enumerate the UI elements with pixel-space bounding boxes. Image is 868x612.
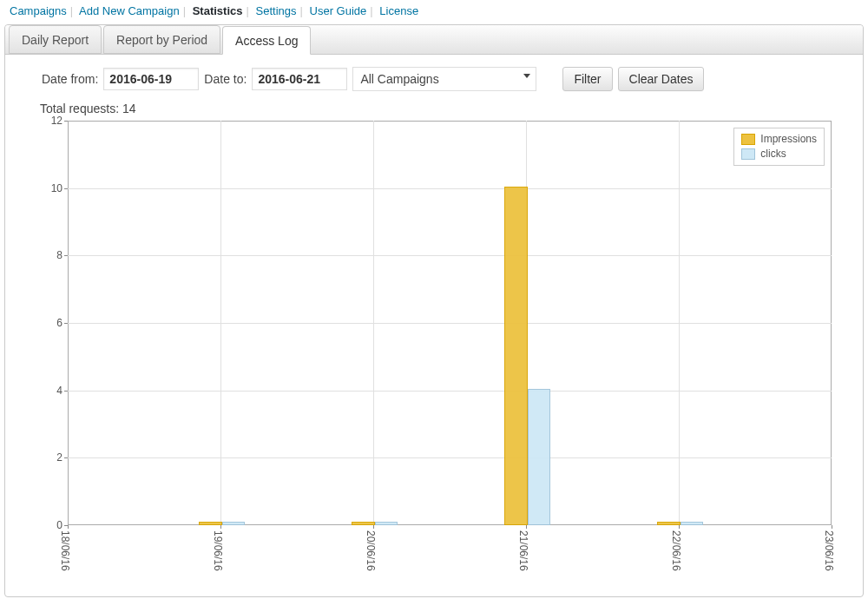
stats-panel: Daily Report Report by Period Access Log…	[4, 24, 864, 597]
chart-y-tick-label: 8	[56, 249, 68, 261]
chart-bar-impressions	[504, 187, 528, 525]
chart-grid-line	[68, 457, 832, 458]
total-value: 14	[122, 102, 136, 115]
chart-x-tick-label: 22/06/16	[670, 530, 682, 571]
campaign-select[interactable]: All Campaigns	[352, 67, 536, 91]
chart-grid-line	[68, 323, 832, 324]
chart-plot-area: Impressions clicks 02468101218/06/1619/0…	[68, 121, 832, 525]
nav-campaigns[interactable]: Campaigns	[10, 4, 67, 17]
chart-y-tick-label: 10	[51, 182, 68, 194]
chart-x-tick-mark	[526, 525, 527, 529]
chart-bar-clicks	[681, 522, 704, 525]
legend-swatch-impressions	[741, 134, 755, 145]
total-label: Total requests:	[40, 102, 122, 115]
chart-grid-line	[373, 121, 374, 525]
legend-impressions: Impressions	[741, 132, 817, 147]
legend-label-impressions: Impressions	[760, 132, 817, 147]
chart-x-tick-mark	[679, 525, 680, 529]
legend-swatch-clicks	[741, 148, 755, 160]
legend-label-clicks: clicks	[760, 147, 786, 161]
nav-user-guide[interactable]: User Guide	[310, 4, 367, 17]
chart-grid-line	[220, 121, 221, 525]
date-to-label: Date to:	[204, 72, 247, 86]
chart-grid-line	[679, 121, 680, 525]
clear-dates-button[interactable]: Clear Dates	[618, 67, 705, 91]
chart-bar-clicks	[375, 522, 398, 525]
chart: Impressions clicks 02468101218/06/1619/0…	[16, 117, 852, 588]
tab-report-period[interactable]: Report by Period	[103, 25, 220, 54]
nav-license[interactable]: License	[379, 4, 418, 17]
top-nav: Campaigns| Add New Campaign| Statistics|…	[10, 3, 864, 19]
total-requests: Total requests: 14	[40, 102, 863, 115]
chart-y-tick-label: 6	[56, 317, 68, 329]
chart-y-tick-label: 2	[56, 451, 68, 464]
chart-grid-line	[68, 391, 832, 392]
chart-x-tick-mark	[220, 525, 221, 529]
chart-bar-impressions	[352, 522, 375, 525]
chart-x-tick-mark	[832, 525, 832, 529]
nav-separator: |	[370, 4, 372, 17]
chevron-down-icon	[523, 74, 530, 78]
nav-separator: |	[247, 4, 249, 17]
chart-grid-line	[68, 255, 832, 256]
chart-legend: Impressions clicks	[733, 128, 825, 166]
date-from-label: Date from:	[42, 72, 98, 86]
nav-add-campaign[interactable]: Add New Campaign	[79, 4, 180, 17]
chart-bar-clicks	[528, 389, 551, 525]
date-from-input[interactable]	[103, 68, 199, 90]
chart-x-tick-label: 21/06/16	[517, 530, 529, 571]
chart-y-tick-label: 4	[56, 385, 68, 397]
chart-x-tick-mark	[68, 525, 69, 529]
nav-separator: |	[300, 4, 303, 17]
chart-y-tick-label: 0	[56, 519, 68, 531]
chart-x-tick-label: 18/06/16	[59, 530, 71, 571]
filter-button[interactable]: Filter	[562, 67, 612, 91]
tab-daily-report[interactable]: Daily Report	[9, 25, 102, 54]
nav-statistics[interactable]: Statistics	[193, 4, 243, 17]
chart-bar-impressions	[657, 522, 681, 525]
campaign-select-value: All Campaigns	[360, 72, 438, 86]
nav-separator: |	[183, 4, 186, 17]
nav-separator: |	[70, 4, 73, 17]
chart-x-tick-mark	[373, 525, 374, 529]
filter-controls: Date from: Date to: All Campaigns Filter…	[5, 55, 863, 95]
chart-x-tick-label: 19/06/16	[212, 530, 224, 571]
nav-settings[interactable]: Settings	[256, 4, 297, 17]
chart-grid-line	[68, 188, 832, 189]
legend-clicks: clicks	[741, 147, 817, 161]
date-to-input[interactable]	[252, 68, 347, 90]
tab-access-log[interactable]: Access Log	[222, 26, 311, 55]
chart-bar-clicks	[222, 522, 246, 525]
chart-y-tick-label: 12	[51, 115, 68, 127]
chart-x-tick-label: 20/06/16	[365, 530, 377, 571]
tab-bar: Daily Report Report by Period Access Log	[5, 25, 863, 55]
chart-bar-impressions	[199, 522, 222, 525]
chart-x-tick-label: 23/06/16	[823, 530, 835, 571]
